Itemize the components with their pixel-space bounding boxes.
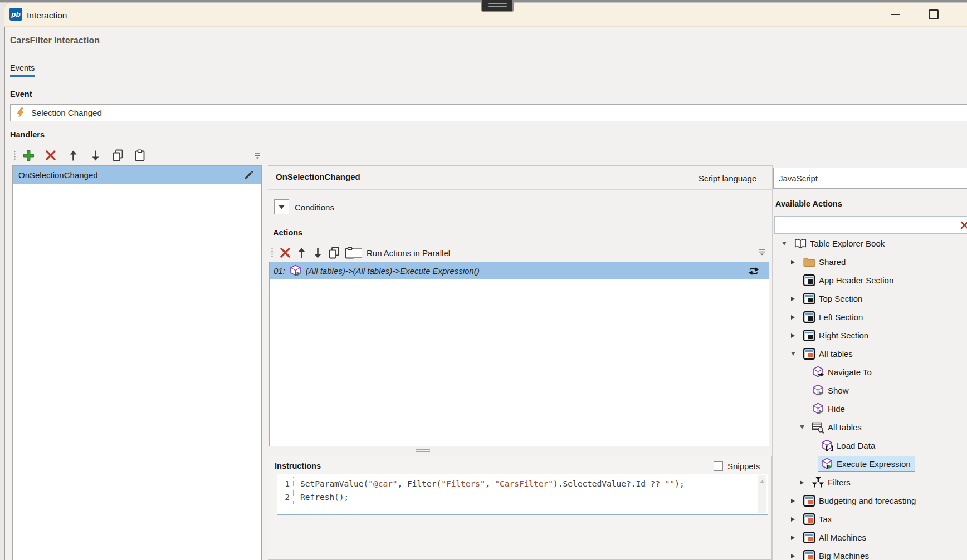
tree-item-load-data[interactable]: Load Data xyxy=(774,436,967,455)
move-up-button[interactable] xyxy=(66,148,80,163)
tab-events[interactable]: Events xyxy=(10,63,35,72)
expander-spacer xyxy=(809,436,818,455)
screen-drag-handle[interactable] xyxy=(481,0,514,12)
tree-item-app-header-section[interactable]: App Header Section xyxy=(774,271,967,289)
toolbar-grip[interactable] xyxy=(270,247,274,258)
expand-triangle-icon[interactable] xyxy=(791,289,800,308)
tree-item-navigate-to[interactable]: Navigate To xyxy=(774,363,967,381)
move-down-button[interactable] xyxy=(311,245,324,260)
expander-spacer xyxy=(800,363,809,381)
move-up-icon xyxy=(69,150,78,161)
delete-icon xyxy=(280,247,291,258)
tree-item-content[interactable]: Filters xyxy=(809,475,855,490)
tree-item-content[interactable]: Execute Expression xyxy=(818,456,915,472)
tree-item-content[interactable]: Right Section xyxy=(800,328,873,343)
tree-item-content[interactable]: Hide xyxy=(809,401,849,417)
add-button[interactable] xyxy=(21,148,36,163)
tree-item-content[interactable]: Left Section xyxy=(800,310,867,325)
script-language-dropdown[interactable]: JavaScript xyxy=(773,168,967,189)
copy-button[interactable] xyxy=(327,245,340,260)
tree-item-top-section[interactable]: Top Section xyxy=(774,289,967,308)
tree-item-table-explorer-book[interactable]: Table Explorer Book xyxy=(774,234,967,253)
tree-item-content[interactable]: Load Data xyxy=(818,438,880,454)
scroll-up-icon[interactable] xyxy=(759,479,765,513)
toolbar-grip[interactable] xyxy=(12,150,17,161)
tree-item-content[interactable]: Shared xyxy=(800,256,850,269)
delete-button[interactable] xyxy=(279,245,292,260)
run-parallel-checkbox[interactable] xyxy=(353,248,362,258)
expand-triangle-icon[interactable] xyxy=(800,473,809,492)
tree-item-label: Filters xyxy=(828,478,851,487)
handler-item[interactable]: OnSelectionChanged xyxy=(13,166,261,184)
event-dropdown[interactable]: Selection Changed xyxy=(10,104,967,121)
tree-item-big-machines[interactable]: Big Machines xyxy=(774,547,967,560)
tree-item-all-tables[interactable]: All tables xyxy=(774,345,967,363)
collapse-triangle-icon[interactable] xyxy=(791,345,800,363)
tree-item-content[interactable]: Top Section xyxy=(800,291,867,306)
snippets-checkbox[interactable] xyxy=(714,461,723,471)
expand-triangle-icon[interactable] xyxy=(791,510,800,528)
paste-icon xyxy=(134,149,146,161)
tree-item-content[interactable]: Big Machines xyxy=(800,548,873,560)
toolbar-overflow-icon[interactable] xyxy=(758,248,767,257)
tree-item-shared[interactable]: Shared xyxy=(774,253,967,271)
delete-button[interactable] xyxy=(43,148,58,163)
expand-triangle-icon[interactable] xyxy=(791,547,800,560)
tree-item-label: Hide xyxy=(828,404,845,414)
tree-item-content[interactable]: Navigate To xyxy=(809,364,876,380)
conditions-label: Conditions xyxy=(295,203,334,212)
tree-item-content[interactable]: Table Explorer Book xyxy=(791,237,889,251)
expand-triangle-icon[interactable] xyxy=(791,528,800,547)
tree-item-content[interactable]: App Header Section xyxy=(800,273,898,288)
tree-item-content[interactable]: Show xyxy=(809,382,853,399)
tree-item-all-tables[interactable]: All tables xyxy=(774,418,967,436)
section-orange-icon xyxy=(802,532,817,543)
tree-item-execute-expression[interactable]: Execute Expression xyxy=(774,455,967,473)
tree-item-content[interactable]: All Machines xyxy=(800,530,871,545)
maximize-icon xyxy=(929,9,939,19)
expand-triangle-icon[interactable] xyxy=(791,492,800,510)
tree-item-show[interactable]: Show xyxy=(774,381,967,400)
swap-arrows-icon[interactable] xyxy=(748,267,760,276)
collapse-triangle-icon[interactable] xyxy=(800,418,809,436)
move-up-button[interactable] xyxy=(295,245,308,260)
minimize-button[interactable] xyxy=(887,7,905,22)
expand-triangle-icon[interactable] xyxy=(791,253,800,271)
tree-item-all-machines[interactable]: All Machines xyxy=(774,528,967,547)
tree-item-content[interactable]: All tables xyxy=(800,346,857,361)
handlers-list[interactable]: OnSelectionChanged xyxy=(12,165,262,560)
expand-triangle-icon[interactable] xyxy=(791,308,800,326)
book-icon xyxy=(793,238,808,249)
available-actions-search-input[interactable] xyxy=(778,218,948,233)
action-row[interactable]: 01:(All tables)->(All tables)->Execute E… xyxy=(270,262,769,279)
code-text[interactable]: Refresh(); xyxy=(294,490,349,504)
toolbar-overflow-icon[interactable] xyxy=(253,152,262,161)
edit-pencil-icon[interactable] xyxy=(244,170,253,180)
tree-item-hide[interactable]: Hide xyxy=(774,400,967,418)
tree-item-budgeting-and-forecasting[interactable]: Budgeting and forecasting xyxy=(774,492,967,510)
search-clear-icon[interactable] xyxy=(960,221,967,232)
tree-item-filters[interactable]: Filters xyxy=(774,473,967,492)
tree-item-tax[interactable]: Tax xyxy=(774,510,967,528)
conditions-expand-button[interactable] xyxy=(274,199,289,214)
code-editor[interactable]: 1SetParamValue("@car", Filter("Filters",… xyxy=(277,474,768,515)
tree-item-content[interactable]: Tax xyxy=(800,512,836,527)
tree-item-content[interactable]: Budgeting and forecasting xyxy=(800,493,920,508)
actions-list[interactable]: 01:(All tables)->(All tables)->Execute E… xyxy=(269,262,769,446)
expand-triangle-icon[interactable] xyxy=(791,326,800,345)
tree-item-label: All tables xyxy=(828,423,862,432)
tab-events-indicator xyxy=(10,75,35,77)
collapse-triangle-icon[interactable] xyxy=(782,234,791,253)
horizontal-splitter-handle[interactable] xyxy=(416,449,430,453)
tree-item-content[interactable]: All tables xyxy=(809,420,866,435)
paste-button[interactable] xyxy=(133,148,147,163)
move-down-button[interactable] xyxy=(88,148,102,163)
tree-item-left-section[interactable]: Left Section xyxy=(774,308,967,326)
editor-scrollbar[interactable] xyxy=(758,475,766,513)
code-text[interactable]: SetParamValue("@car", Filter("Filters", … xyxy=(294,477,685,490)
cube-execute-icon xyxy=(819,458,834,470)
copy-button[interactable] xyxy=(110,148,125,163)
drag-handle-line xyxy=(488,3,507,4)
tree-item-right-section[interactable]: Right Section xyxy=(774,326,967,345)
maximize-button[interactable] xyxy=(925,7,942,22)
